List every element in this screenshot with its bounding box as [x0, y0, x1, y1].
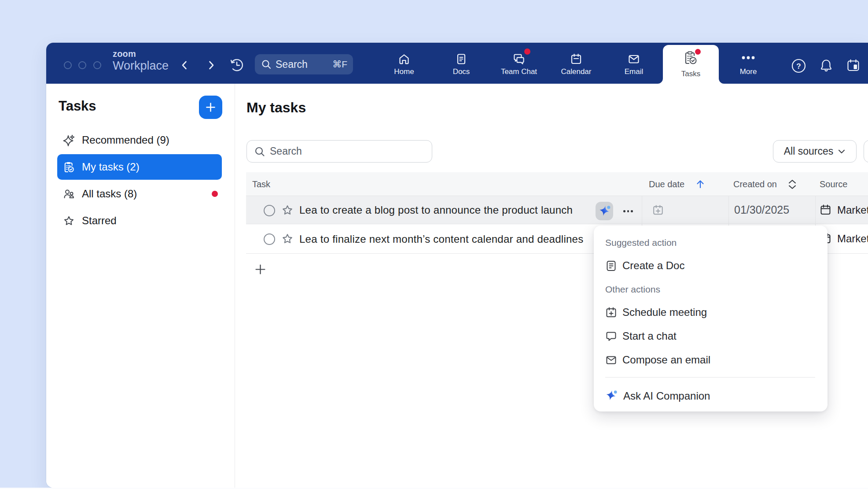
- svg-text:?: ?: [796, 62, 801, 70]
